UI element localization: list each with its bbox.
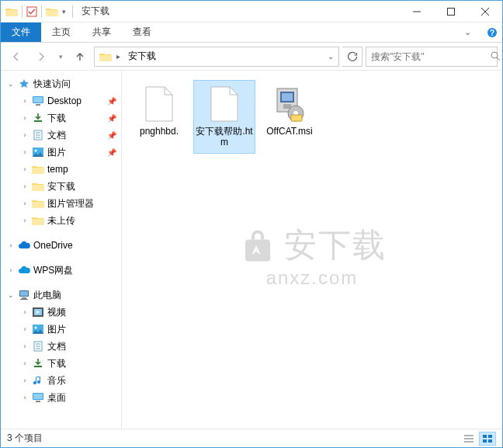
expander-icon[interactable]: › <box>21 148 29 156</box>
qat-folder-icon[interactable] <box>46 6 58 17</box>
minimize-button[interactable] <box>400 1 434 23</box>
window-title: 安下载 <box>82 5 109 18</box>
sidebar-item-label: 快速访问 <box>33 78 121 91</box>
svg-rect-47 <box>488 435 492 438</box>
svg-point-7 <box>491 52 498 58</box>
expander-icon[interactable]: › <box>21 165 29 173</box>
sidebar-item[interactable]: ›Desktop📌 <box>1 92 121 109</box>
expander-icon[interactable]: › <box>21 377 29 384</box>
svg-rect-10 <box>33 97 43 102</box>
svg-rect-33 <box>33 394 43 399</box>
expander-icon[interactable]: › <box>21 325 29 333</box>
expander-icon[interactable]: › <box>7 266 15 274</box>
expander-icon[interactable]: › <box>21 131 29 139</box>
sidebar-item[interactable]: ›文档📌 <box>1 127 121 144</box>
sidebar-item-label: WPS网盘 <box>33 264 121 277</box>
sidebar-onedrive[interactable]: › OneDrive <box>1 237 121 254</box>
expander-icon[interactable]: › <box>21 97 29 105</box>
view-details-button[interactable] <box>460 432 477 446</box>
sidebar-this-pc[interactable]: ⌄ 此电脑 <box>1 287 121 304</box>
nav-back-button[interactable] <box>5 46 27 68</box>
expander-icon[interactable]: › <box>21 200 29 207</box>
expander-icon[interactable]: › <box>21 217 29 224</box>
expander-icon[interactable]: › <box>21 182 29 190</box>
file-item[interactable]: pnghhbd. <box>128 80 190 154</box>
refresh-button[interactable] <box>342 47 363 67</box>
file-item[interactable]: OffCAT.msi <box>258 80 321 154</box>
breadcrumb-label: 安下载 <box>128 50 156 63</box>
sidebar-item[interactable]: ›安下载 <box>1 178 121 195</box>
folder-icon <box>31 180 45 193</box>
pin-icon: 📌 <box>107 97 116 106</box>
ribbon-expand-icon[interactable]: ⌄ <box>453 23 482 42</box>
tab-file[interactable]: 文件 <box>1 23 41 42</box>
qat-checkbox-icon[interactable] <box>26 6 37 17</box>
file-list-pane[interactable]: 安下载 anxz.com pnghhbd.安下载帮助.htmOffCAT.msi <box>122 71 502 429</box>
sidebar-item[interactable]: ›图片 <box>1 321 121 338</box>
sidebar-item[interactable]: ›图片管理器 <box>1 195 121 212</box>
expander-icon[interactable]: ⌄ <box>7 291 15 299</box>
sidebar-item[interactable]: ›图片📌 <box>1 144 121 161</box>
search-icon[interactable] <box>491 51 501 61</box>
svg-rect-12 <box>34 120 42 122</box>
expander-icon[interactable]: › <box>21 394 29 401</box>
svg-rect-46 <box>483 435 487 438</box>
sidebar-wps[interactable]: › WPS网盘 <box>1 262 121 279</box>
maximize-button[interactable] <box>434 1 468 23</box>
expander-icon[interactable]: ⌄ <box>7 80 15 88</box>
svg-rect-2 <box>448 8 455 15</box>
svg-point-18 <box>35 150 37 152</box>
file-item[interactable]: 安下载帮助.htm <box>193 80 255 154</box>
breadcrumb[interactable]: ▸ 安下载 ⌄ <box>94 47 339 67</box>
pin-icon: 📌 <box>107 114 116 123</box>
file-label: pnghhbd. <box>140 126 179 137</box>
close-button[interactable] <box>468 1 502 23</box>
breadcrumb-history-dropdown[interactable]: ⌄ <box>326 52 337 61</box>
svg-rect-22 <box>20 299 28 300</box>
desktop-icon <box>31 95 45 107</box>
help-icon[interactable]: ? <box>482 23 502 42</box>
sidebar-item[interactable]: ›temp <box>1 161 121 178</box>
sidebar-item-label: 视频 <box>47 306 121 319</box>
expander-icon[interactable]: › <box>21 359 29 367</box>
ribbon: 文件 主页 共享 查看 ⌄ ? <box>1 23 502 43</box>
view-icons-button[interactable] <box>479 432 496 446</box>
sidebar-item-label: 安下载 <box>47 180 121 193</box>
navigation-pane[interactable]: ⌄ 快速访问 ›Desktop📌›下载📌›文档📌›图片📌›temp›安下载›图片… <box>1 71 122 429</box>
search-box[interactable] <box>366 47 498 67</box>
sidebar-item[interactable]: ›视频 <box>1 304 121 321</box>
svg-rect-35 <box>245 239 270 261</box>
sidebar-item[interactable]: ›桌面 <box>1 389 121 406</box>
svg-rect-31 <box>34 366 42 367</box>
tab-view[interactable]: 查看 <box>122 23 162 42</box>
sidebar-item[interactable]: ›下载📌 <box>1 109 121 127</box>
chevron-right-icon[interactable]: ▸ <box>115 52 122 61</box>
expander-icon[interactable]: › <box>7 241 15 249</box>
expander-icon[interactable]: › <box>21 308 29 316</box>
sidebar-item-label: 未上传 <box>47 214 121 227</box>
sidebar-item[interactable]: ›下载 <box>1 355 121 372</box>
qat-dropdown-icon[interactable]: ▾ <box>60 8 68 16</box>
nav-up-button[interactable] <box>69 46 91 68</box>
sidebar-item-label: temp <box>47 164 121 175</box>
expander-icon[interactable]: › <box>21 114 29 122</box>
tab-home[interactable]: 主页 <box>41 23 82 42</box>
sidebar-quick-access[interactable]: ⌄ 快速访问 <box>1 75 121 92</box>
tab-share[interactable]: 共享 <box>82 23 122 42</box>
music-icon <box>31 374 45 387</box>
watermark: 安下载 anxz.com <box>238 224 387 289</box>
sidebar-item[interactable]: ›文档 <box>1 338 121 355</box>
svg-text:?: ? <box>490 29 494 37</box>
expander-icon[interactable]: › <box>21 342 29 350</box>
sidebar-item[interactable]: ›音乐 <box>1 372 121 389</box>
sidebar-item[interactable]: ›未上传 <box>1 212 121 229</box>
svg-rect-49 <box>488 439 492 443</box>
address-bar: ▾ ▸ 安下载 ⌄ <box>1 43 502 71</box>
file-icon <box>140 85 178 123</box>
breadcrumb-segment[interactable]: 安下载 <box>125 50 159 63</box>
pictures-icon <box>31 323 45 335</box>
search-input[interactable] <box>371 51 487 62</box>
nav-forward-button[interactable] <box>30 46 52 68</box>
nav-recent-dropdown[interactable]: ▾ <box>55 46 66 68</box>
sidebar-item-label: OneDrive <box>33 240 121 251</box>
